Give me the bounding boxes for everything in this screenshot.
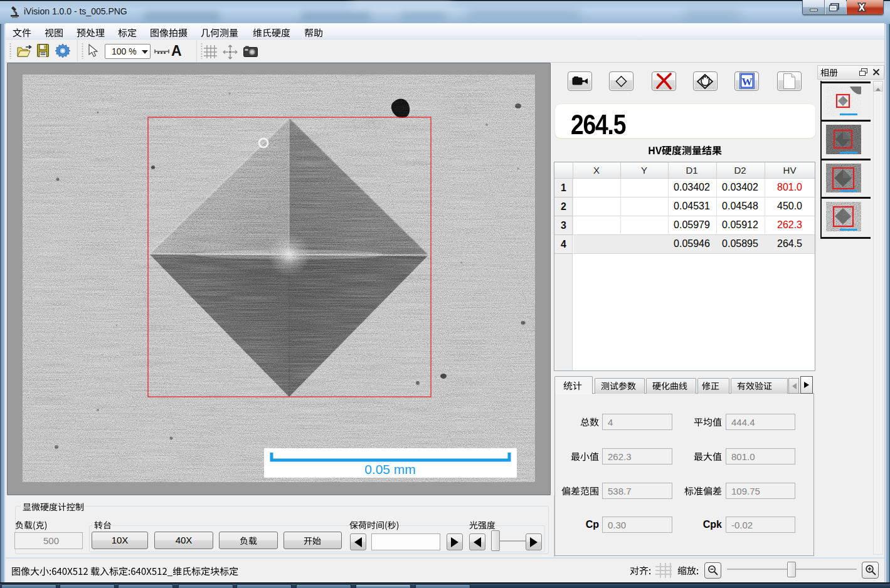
- svg-text:W: W: [742, 76, 753, 88]
- svg-text:0.05 mm: 0.05 mm: [364, 462, 416, 476]
